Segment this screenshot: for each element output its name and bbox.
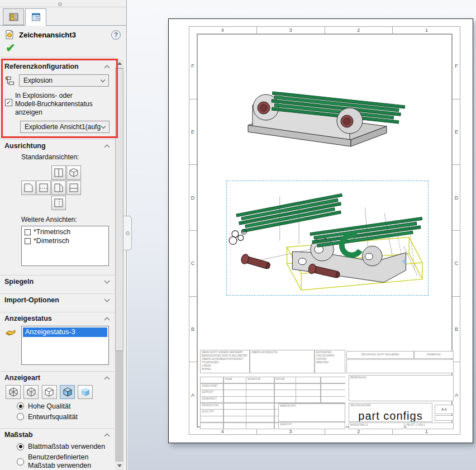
titleblock-cell — [296, 384, 320, 390]
titleblock-cell — [246, 390, 274, 396]
explode-state-checkbox[interactable]: ✓ — [5, 99, 12, 106]
drawing-area[interactable]: 4321 4321 FEDCBA FEDCBA — [127, 0, 476, 470]
titleblock-cell — [224, 403, 246, 409]
zone-band-left: FEDCBA — [189, 34, 197, 428]
display-state-icon — [5, 327, 16, 337]
drawing-sheet[interactable]: 4321 4321 FEDCBA FEDCBA — [168, 18, 473, 443]
hidden-lines-visible-button[interactable] — [23, 385, 39, 399]
more-views-listbox[interactable]: *Trimetrisch *Dimetrisch — [21, 226, 109, 266]
view-left-button[interactable] — [51, 196, 66, 210]
section-header-import-optionen[interactable]: Import-Optionen — [0, 294, 115, 305]
titleblock-paper-size-sub — [435, 415, 454, 421]
zone-band-top: 4321 — [189, 26, 460, 34]
tab-property-manager[interactable] — [25, 8, 46, 26]
trimetric-checkbox[interactable] — [25, 229, 31, 235]
section-title: Anzeigeart — [4, 374, 40, 382]
explode-state-checkbox-label: In Explosions- oder Modell-Bruchkantenst… — [15, 92, 93, 117]
manager-tabs — [3, 8, 47, 26]
custom-scale-option[interactable]: Benutzerdefinierten Maßstab verwenden — [17, 453, 115, 470]
exploded-rod-cluster-left — [236, 193, 345, 233]
divider — [0, 25, 126, 26]
scroll-up-button[interactable] — [115, 59, 123, 68]
section-header-referenzkonfiguration[interactable]: Referenzkonfiguration — [0, 60, 115, 72]
section-header-anzeigestatus[interactable]: Anzeigestatus — [0, 312, 115, 324]
zone-label: E — [189, 99, 197, 165]
drawing-view-exploded-selection[interactable] — [226, 181, 429, 296]
titleblock-cell — [296, 377, 320, 383]
titleblock-cell — [246, 384, 274, 390]
section-header-massstab[interactable]: Maßstab — [0, 429, 115, 440]
section-header-anzeigeart[interactable]: Anzeigeart — [0, 372, 115, 383]
view-top-button[interactable] — [51, 165, 66, 180]
help-icon[interactable]: ? — [111, 30, 121, 40]
chevron-up-icon — [104, 433, 110, 439]
section-massstab: Maßstab Blattmaßstab verwenden Benutzerd… — [0, 428, 115, 470]
exploded-pin-1 — [240, 253, 272, 271]
zone-label: A — [189, 362, 197, 428]
titleblock-cell — [246, 416, 274, 422]
titleblock-cell: GEZEICHNET — [201, 384, 223, 390]
view-isometric-button[interactable] — [66, 165, 81, 180]
display-state-listbox[interactable]: Anzeigestatus-3 — [21, 326, 109, 365]
view-right-button[interactable] — [51, 181, 66, 195]
titleblock-revision: ÄNDERUNG — [414, 351, 454, 359]
panel-collapse-handle[interactable] — [123, 216, 132, 250]
titleblock-cell: DATUM — [275, 377, 296, 383]
zone-label: 1 — [392, 26, 460, 34]
exploded-view-dropdown[interactable]: Explodierte Ansicht1(aufg — [20, 121, 110, 133]
tab-feature-manager[interactable] — [3, 8, 24, 25]
radio-label: Blattmaßstab verwenden — [28, 443, 105, 450]
titleblock-sheet-number: BLATT 1 VON 1 — [406, 422, 454, 429]
titleblock-cell — [321, 390, 346, 396]
titleblock-cell — [201, 423, 223, 429]
view-bottom-button[interactable] — [66, 181, 81, 195]
scrollbar-thumb[interactable] — [115, 68, 123, 351]
section-title: Ausrichtung — [4, 142, 46, 150]
scroll-down-button[interactable] — [115, 462, 123, 470]
chevron-up-icon — [104, 317, 110, 322]
configuration-dropdown[interactable]: Explosion — [19, 74, 109, 87]
section-ausrichtung: Ausrichtung Standardansichten: — [0, 139, 115, 266]
list-item-trimetric[interactable]: *Trimetrisch — [23, 227, 107, 236]
page-title: Zeichenansicht3 — [19, 31, 76, 39]
panel-scrollbar[interactable] — [115, 59, 123, 470]
section-header-spiegeln[interactable]: Spiegeln — [0, 276, 115, 287]
panel-splitter-handle[interactable] — [58, 2, 62, 6]
shaded-button[interactable] — [78, 385, 93, 399]
high-quality-option[interactable]: Hohe Qualität — [17, 402, 115, 410]
titleblock-cell — [246, 423, 274, 429]
zone-label: D — [453, 164, 460, 230]
shaded-with-edges-button[interactable] — [60, 385, 75, 399]
drawing-view-icon — [4, 30, 15, 40]
ok-checkmark-icon[interactable]: ✔ — [6, 41, 16, 55]
section-header-ausrichtung[interactable]: Ausrichtung — [0, 140, 115, 151]
list-item-dimetric[interactable]: *Dimetrisch — [23, 236, 107, 245]
sheet-scale-radio[interactable] — [17, 443, 24, 450]
titleblock-paper-size: A4 — [435, 405, 454, 414]
titleblock-revision-area — [346, 359, 454, 373]
draft-quality-radio[interactable] — [17, 413, 24, 420]
drawing-view-assembled[interactable] — [240, 77, 408, 153]
dimetric-checkbox[interactable] — [25, 238, 31, 244]
hidden-lines-removed-button[interactable] — [42, 385, 57, 399]
zone-band-right: FEDCBA — [453, 34, 460, 428]
draft-quality-option[interactable]: Entwurfsqualität — [17, 413, 115, 421]
property-manager-panel: Zeichenansicht3 ? ✔ Referenzkonfiguratio… — [0, 0, 127, 470]
wireframe-button[interactable] — [6, 385, 21, 399]
custom-scale-radio[interactable] — [17, 458, 24, 466]
titleblock-cell: NAME — [224, 377, 246, 383]
chevron-up-icon — [104, 144, 110, 150]
titleblock-cell — [296, 397, 320, 402]
view-front-button[interactable] — [21, 181, 36, 195]
sheet-scale-option[interactable]: Blattmaßstab verwenden — [17, 443, 115, 450]
titleblock-cell — [275, 397, 296, 402]
section-spiegeln: Spiegeln — [0, 275, 115, 287]
configuration-icon — [5, 76, 15, 86]
view-back-button[interactable] — [36, 181, 51, 195]
zone-label: B — [453, 296, 460, 362]
section-title: Referenzkonfiguration — [4, 63, 79, 70]
configuration-value: Explosion — [23, 77, 53, 84]
high-quality-radio[interactable] — [17, 402, 24, 410]
drawing-number-label: ZEICHNUNGSNR. — [350, 404, 372, 407]
display-state-selected-item[interactable]: Anzeigestatus-3 — [23, 327, 107, 337]
